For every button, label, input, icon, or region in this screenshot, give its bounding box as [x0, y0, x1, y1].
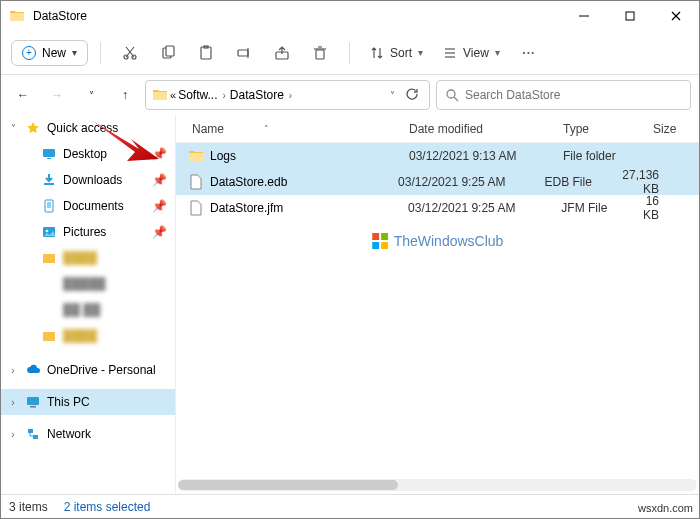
file-date: 03/12/2021 9:13 AM: [401, 149, 555, 163]
sidebar-item-pictures[interactable]: Pictures 📌: [17, 219, 175, 245]
chevron-down-icon: ▾: [418, 47, 423, 58]
file-type: File folder: [555, 149, 645, 163]
recent-button[interactable]: ˅: [77, 81, 105, 109]
chevron-right-icon[interactable]: ›: [7, 365, 19, 376]
sort-button[interactable]: Sort ▾: [362, 41, 431, 65]
breadcrumb-seg[interactable]: DataStore›: [230, 88, 294, 102]
toolbar: + New ▾ Sort ▾ View: [1, 31, 699, 75]
chevron-right-icon[interactable]: ›: [7, 397, 19, 408]
share-button[interactable]: [265, 38, 299, 68]
breadcrumb-root[interactable]: «: [170, 89, 176, 101]
back-button[interactable]: ←: [9, 81, 37, 109]
desktop-icon: [41, 146, 57, 162]
sidebar-item-downloads[interactable]: Downloads 📌: [17, 167, 175, 193]
computer-icon: [25, 394, 41, 410]
file-name: Logs: [210, 149, 236, 163]
copy-button[interactable]: [151, 38, 185, 68]
search-box[interactable]: [436, 80, 691, 110]
network-icon: [25, 426, 41, 442]
more-button[interactable]: ···: [512, 38, 546, 68]
file-view: Name˄ Date modified Type Size Logs 03/12…: [176, 115, 699, 494]
file-size: 27,136 KB: [622, 168, 699, 196]
column-name[interactable]: Name˄: [176, 115, 401, 142]
rename-button[interactable]: [227, 38, 261, 68]
cut-button[interactable]: [113, 38, 147, 68]
sidebar-item-hidden[interactable]: ██ ██: [17, 297, 175, 323]
chevron-right-icon[interactable]: ›: [7, 429, 19, 440]
file-icon: [188, 200, 204, 216]
file-size: 16 KB: [643, 194, 699, 222]
chevron-right-icon: ›: [287, 90, 294, 101]
file-date: 03/12/2021 9:25 AM: [400, 201, 553, 215]
address-row: ← → ˅ ↑ « Softw...› DataStore› ˅: [1, 75, 699, 115]
sidebar-item-hidden[interactable]: ████: [17, 323, 175, 349]
list-item[interactable]: DataStore.edb 03/12/2021 9:25 AM EDB Fil…: [176, 169, 699, 195]
file-icon: [188, 174, 204, 190]
folder-icon: [152, 87, 168, 103]
sort-asc-icon: ˄: [264, 124, 269, 134]
svg-rect-23: [43, 149, 55, 157]
file-date: 03/12/2021 9:25 AM: [390, 175, 536, 189]
address-bar[interactable]: « Softw...› DataStore› ˅: [145, 80, 430, 110]
scrollbar-thumb[interactable]: [178, 480, 398, 490]
column-size[interactable]: Size: [645, 115, 699, 142]
sidebar-item-hidden[interactable]: █████: [17, 271, 175, 297]
up-button[interactable]: ↑: [111, 81, 139, 109]
title-bar: DataStore: [1, 1, 699, 31]
sidebar-network[interactable]: › Network: [1, 421, 175, 447]
status-bar: 3 items 2 items selected wsxdn.com: [1, 494, 699, 518]
close-button[interactable]: [653, 1, 699, 31]
paste-button[interactable]: [189, 38, 223, 68]
window-controls: [561, 1, 699, 31]
svg-rect-33: [43, 332, 55, 341]
sidebar-item-documents[interactable]: Documents 📌: [17, 193, 175, 219]
plus-icon: +: [22, 46, 36, 60]
chevron-down-icon: ▾: [72, 47, 77, 58]
sidebar-onedrive[interactable]: › OneDrive - Personal: [1, 357, 175, 383]
address-history-button[interactable]: ˅: [386, 90, 399, 101]
documents-icon: [41, 198, 57, 214]
svg-rect-1: [626, 12, 634, 20]
forward-button[interactable]: →: [43, 81, 71, 109]
svg-rect-9: [166, 46, 174, 56]
svg-point-31: [46, 230, 49, 233]
breadcrumb-seg[interactable]: Softw...›: [178, 88, 228, 102]
svg-rect-12: [238, 50, 248, 56]
sidebar-quick-access[interactable]: ˅ Quick access: [1, 115, 175, 141]
search-input[interactable]: [465, 88, 682, 102]
svg-rect-36: [28, 429, 33, 433]
view-button[interactable]: View ▾: [435, 41, 508, 65]
svg-rect-39: [381, 233, 388, 240]
maximize-button[interactable]: [607, 1, 653, 31]
new-button[interactable]: + New ▾: [11, 40, 88, 66]
star-icon: [25, 120, 41, 136]
cloud-icon: [25, 362, 41, 378]
file-name: DataStore.edb: [210, 175, 287, 189]
svg-rect-32: [43, 254, 55, 263]
svg-rect-38: [372, 233, 379, 240]
separator: [100, 42, 101, 64]
column-type[interactable]: Type: [555, 115, 645, 142]
list-item[interactable]: Logs 03/12/2021 9:13 AM File folder: [176, 143, 699, 169]
chevron-right-icon: ›: [220, 90, 227, 101]
pictures-icon: [41, 224, 57, 240]
file-name: DataStore.jfm: [210, 201, 283, 215]
column-date[interactable]: Date modified: [401, 115, 555, 142]
chevron-down-icon[interactable]: ˅: [7, 123, 19, 134]
view-label: View: [463, 46, 489, 60]
refresh-button[interactable]: [401, 87, 423, 104]
sidebar-item-hidden[interactable]: ████: [17, 245, 175, 271]
list-item[interactable]: DataStore.jfm 03/12/2021 9:25 AM JFM Fil…: [176, 195, 699, 221]
svg-rect-26: [45, 200, 53, 212]
pin-icon: 📌: [152, 225, 175, 239]
file-type: JFM File: [553, 201, 643, 215]
watermark: TheWindowsClub: [372, 233, 504, 249]
horizontal-scrollbar[interactable]: [176, 478, 699, 492]
svg-line-22: [454, 97, 458, 101]
minimize-button[interactable]: [561, 1, 607, 31]
sidebar-item-desktop[interactable]: Desktop 📌: [17, 141, 175, 167]
folder-icon: [41, 250, 57, 266]
sidebar-this-pc[interactable]: › This PC: [1, 389, 175, 415]
delete-button[interactable]: [303, 38, 337, 68]
folder-icon: [188, 148, 204, 164]
